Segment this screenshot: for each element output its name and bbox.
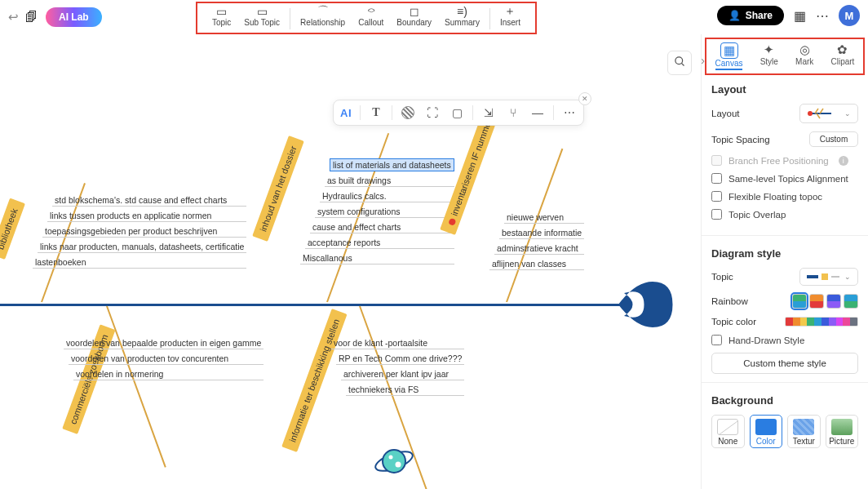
sub-item[interactable]: links naar producten, manuals, datasheet… bbox=[38, 240, 246, 253]
topic-color-strip[interactable] bbox=[785, 317, 858, 327]
sub-item-selected[interactable]: list of materials and datasheets bbox=[330, 158, 454, 171]
subtopic-button[interactable]: ▭Sub Topic bbox=[237, 5, 286, 27]
same-level-checkbox[interactable]: Same-level Topics Alignment bbox=[711, 173, 858, 184]
svg-point-4 bbox=[389, 456, 393, 460]
bg-picture[interactable]: Picture bbox=[826, 415, 859, 448]
planet-clipart[interactable] bbox=[374, 441, 414, 482]
undo-button[interactable]: ↩ bbox=[8, 10, 19, 24]
floating-more-icon[interactable]: ⋯ bbox=[560, 104, 578, 122]
tab-clipart[interactable]: ✿Clipart bbox=[827, 41, 857, 72]
marker-icon bbox=[448, 218, 456, 226]
floating-text-button[interactable]: T bbox=[367, 104, 385, 122]
ai-lab-button[interactable]: AI Lab bbox=[46, 7, 102, 27]
rainbow-swatch[interactable] bbox=[826, 294, 841, 309]
sub-item[interactable]: as built drawings bbox=[325, 174, 454, 187]
bone-bibliotheek[interactable]: bibliotheek bbox=[0, 198, 25, 260]
flexible-checkbox[interactable]: Flexible Floating topoc bbox=[711, 191, 858, 202]
sub-item[interactable]: links tussen products en applicatie norm… bbox=[47, 209, 246, 222]
sub-item[interactable]: adminstratieve kracht bbox=[494, 242, 584, 255]
svg-point-5 bbox=[396, 462, 401, 468]
share-button[interactable]: 👤Share bbox=[717, 6, 784, 25]
svg-line-1 bbox=[681, 63, 684, 65]
bone-inhoud[interactable]: inhoud van het dossier bbox=[252, 136, 303, 242]
main-toolbar: ▭Topic ▭Sub Topic ⌒Relationship ⌔Callout… bbox=[196, 2, 537, 34]
floating-share-icon[interactable]: ⇲ bbox=[480, 104, 498, 122]
summary-button[interactable]: ≡)Summary bbox=[438, 5, 486, 27]
avatar[interactable]: M bbox=[839, 5, 860, 26]
boundary-button[interactable]: ◻Boundary bbox=[390, 5, 438, 27]
bg-texture[interactable]: Textur bbox=[787, 415, 821, 448]
relationship-button[interactable]: ⌒Relationship bbox=[294, 5, 352, 27]
toolbar-separator bbox=[290, 8, 290, 29]
svg-rect-11 bbox=[807, 275, 818, 278]
sub-item[interactable]: nieuwe werven bbox=[504, 211, 584, 224]
sub-item[interactable]: lastenboeken bbox=[33, 256, 246, 269]
tab-canvas[interactable]: ▦Canvas bbox=[712, 41, 746, 72]
sub-item[interactable]: cause and effect charts bbox=[310, 220, 454, 233]
svg-rect-12 bbox=[822, 273, 828, 280]
topic-color-label: Topic color bbox=[711, 317, 756, 327]
sub-item[interactable]: archiveren per klant ipv jaar bbox=[341, 367, 464, 380]
sub-item[interactable]: voordelen van producten tov concurenten bbox=[69, 352, 264, 365]
bg-none[interactable]: None bbox=[711, 415, 745, 448]
sub-item[interactable]: system configurations bbox=[315, 205, 454, 218]
overlap-checkbox[interactable]: Topic Overlap bbox=[711, 209, 858, 220]
insert-button[interactable]: ＋Insert bbox=[494, 5, 527, 27]
rainbow-swatch[interactable] bbox=[792, 294, 807, 309]
rainbow-swatch[interactable] bbox=[809, 294, 824, 309]
floating-branch-icon[interactable]: ⑂ bbox=[504, 104, 522, 122]
floating-shape-icon[interactable]: ▢ bbox=[448, 104, 466, 122]
svg-point-10 bbox=[808, 111, 813, 116]
floating-ai-button[interactable]: AI bbox=[339, 104, 353, 122]
tab-style[interactable]: ✦Style bbox=[757, 41, 782, 72]
floating-crop-icon[interactable]: ⛶ bbox=[423, 104, 441, 122]
sub-item[interactable]: voordelen van bepaalde producten in eige… bbox=[64, 336, 264, 349]
floating-close-button[interactable]: ✕ bbox=[578, 92, 591, 105]
layout-select[interactable]: ⌄ bbox=[799, 104, 858, 123]
fishbone-spine bbox=[0, 304, 620, 306]
sub-item[interactable]: acceptance reports bbox=[305, 236, 454, 249]
diagram-style-title: Diagram style bbox=[711, 247, 858, 260]
sub-item[interactable]: std blokschema's. std cause and effect c… bbox=[52, 193, 246, 207]
redo-button[interactable]: 🗐 bbox=[25, 10, 38, 24]
sub-item[interactable]: Hydraulics calcs. bbox=[320, 189, 454, 202]
spacing-label: Topic Spacing bbox=[711, 135, 770, 144]
sub-item[interactable]: techniekers via FS bbox=[346, 383, 464, 396]
svg-point-3 bbox=[383, 450, 405, 473]
topic-label: Topic bbox=[711, 272, 733, 282]
right-panel: ▦Canvas ✦Style ◎Mark ✿Clipart Layout Lay… bbox=[701, 34, 868, 489]
floating-line-icon[interactable]: — bbox=[529, 104, 547, 122]
topic-button[interactable]: ▭Topic bbox=[206, 5, 237, 27]
sub-item[interactable]: voordelen in normering bbox=[73, 367, 264, 380]
sub-item[interactable]: toepassingsgebieden per product beschrij… bbox=[42, 224, 246, 238]
custom-theme-button[interactable]: Custom theme style bbox=[711, 353, 858, 374]
apps-icon[interactable]: ▦ bbox=[794, 8, 806, 24]
callout-button[interactable]: ⌔Callout bbox=[352, 5, 390, 27]
hand-drawn-checkbox[interactable]: Hand-Drawn Style bbox=[711, 335, 858, 345]
rainbow-label: Rainbow bbox=[711, 296, 748, 306]
svg-point-0 bbox=[675, 57, 682, 64]
panel-collapse-icon[interactable]: › bbox=[701, 54, 705, 67]
spacing-select[interactable]: Custom bbox=[809, 131, 858, 147]
rainbow-swatches bbox=[792, 294, 858, 309]
search-icon bbox=[674, 56, 686, 70]
layout-label: Layout bbox=[711, 109, 740, 118]
sub-item[interactable]: aflijnen van classes bbox=[489, 257, 584, 270]
floating-fill-icon[interactable] bbox=[399, 104, 417, 122]
fishbone-head bbox=[618, 276, 675, 333]
tab-mark[interactable]: ◎Mark bbox=[792, 41, 817, 72]
floating-toolbar: AI T ⛶ ▢ ⇲ ⑂ — ⋯ ✕ bbox=[333, 100, 584, 126]
info-icon: i bbox=[839, 156, 848, 166]
background-title: Background bbox=[711, 394, 858, 407]
more-icon[interactable]: ⋯ bbox=[816, 8, 829, 24]
rainbow-swatch[interactable] bbox=[844, 294, 858, 309]
bg-color[interactable]: Color bbox=[750, 415, 783, 448]
search-button[interactable] bbox=[667, 51, 692, 75]
topic-style-select[interactable]: ⌄ bbox=[799, 268, 858, 286]
panel-tabs: ▦Canvas ✦Style ◎Mark ✿Clipart bbox=[705, 38, 865, 75]
sub-item[interactable]: RP en Tech Comm one drive??? bbox=[336, 352, 464, 365]
sub-item[interactable]: bestaande informatie bbox=[499, 226, 584, 239]
svg-line-14 bbox=[720, 421, 737, 434]
sub-item[interactable]: Miscallanous bbox=[300, 251, 454, 265]
sub-item[interactable]: voor de klant -portaalsite bbox=[331, 336, 464, 349]
